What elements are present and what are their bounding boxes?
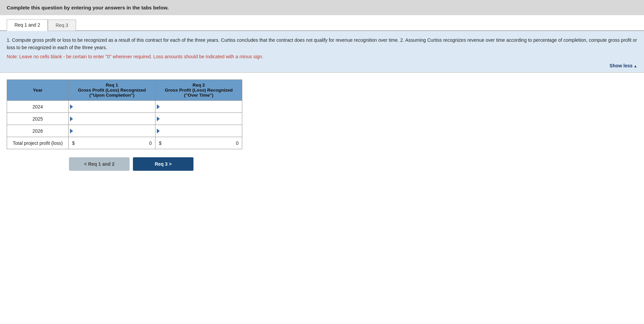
instruction-text: Complete this question by entering your … xyxy=(7,5,169,10)
tab-req-3[interactable]: Req 3 xyxy=(48,20,76,31)
page-wrapper: Complete this question by entering your … xyxy=(0,0,644,324)
input-req1-2024[interactable] xyxy=(74,101,155,112)
cell-req2-2024 xyxy=(155,101,242,113)
total-req2-dollar: $ xyxy=(159,140,162,146)
cell-year-2026: 2026 xyxy=(7,125,69,137)
tab-req-1-2[interactable]: Req 1 and 2 xyxy=(7,19,48,31)
total-row: Total project profit (loss) $ 0 $ 0 xyxy=(7,137,242,149)
cell-req1-2024 xyxy=(69,101,155,113)
cell-req1-2025 xyxy=(69,113,155,125)
total-req1-dollar: $ xyxy=(72,140,75,146)
total-req2: $ 0 xyxy=(155,137,242,149)
triangle-indicator xyxy=(70,129,73,133)
col-header-req1: Req 1 Gross Profit (Loss) Recognized ("U… xyxy=(69,80,155,101)
prev-button[interactable]: Req 1 and 2 xyxy=(69,157,130,171)
show-less-container: Show less xyxy=(7,63,637,68)
table-header-row: Year Req 1 Gross Profit (Loss) Recognize… xyxy=(7,80,242,101)
cell-req2-2025 xyxy=(155,113,242,125)
table-row: 2025 xyxy=(7,113,242,125)
info-box: 1. Compute gross profit or loss to be re… xyxy=(0,31,644,73)
table-row: 2024 xyxy=(7,101,242,113)
bottom-nav: Req 1 and 2 Req 3 xyxy=(69,157,637,171)
cell-year-2024: 2024 xyxy=(7,101,69,113)
info-description: 1. Compute gross profit or loss to be re… xyxy=(7,36,637,52)
triangle-indicator xyxy=(70,104,73,109)
cell-req2-2026 xyxy=(155,125,242,137)
cell-req1-2026 xyxy=(69,125,155,137)
main-content: Year Req 1 Gross Profit (Loss) Recognize… xyxy=(0,73,644,184)
col-header-req2: Req 2 Gross Profit (Loss) Recognized ("O… xyxy=(155,80,242,101)
triangle-indicator xyxy=(157,117,160,121)
col-header-year: Year xyxy=(7,80,69,101)
cell-year-2025: 2025 xyxy=(7,113,69,125)
table-row: 2026 xyxy=(7,125,242,137)
input-req2-2025[interactable] xyxy=(160,113,242,125)
instruction-banner: Complete this question by entering your … xyxy=(0,0,644,15)
triangle-indicator xyxy=(157,104,160,109)
total-req1-value: 0 xyxy=(149,140,152,146)
tab-row: Req 1 and 2 Req 3 xyxy=(0,15,644,31)
input-req2-2026[interactable] xyxy=(160,125,242,137)
input-req2-2024[interactable] xyxy=(160,101,242,112)
show-less-link[interactable]: Show less xyxy=(610,63,637,68)
input-req1-2026[interactable] xyxy=(74,125,155,137)
total-label: Total project profit (loss) xyxy=(7,137,69,149)
data-table: Year Req 1 Gross Profit (Loss) Recognize… xyxy=(7,79,242,149)
triangle-indicator xyxy=(70,117,73,121)
total-req2-value: 0 xyxy=(236,140,239,146)
info-note: Note: Leave no cells blank - be certain … xyxy=(7,53,637,60)
next-button[interactable]: Req 3 xyxy=(133,157,193,171)
triangle-indicator xyxy=(157,129,160,133)
input-req1-2025[interactable] xyxy=(74,113,155,125)
total-req1: $ 0 xyxy=(69,137,155,149)
